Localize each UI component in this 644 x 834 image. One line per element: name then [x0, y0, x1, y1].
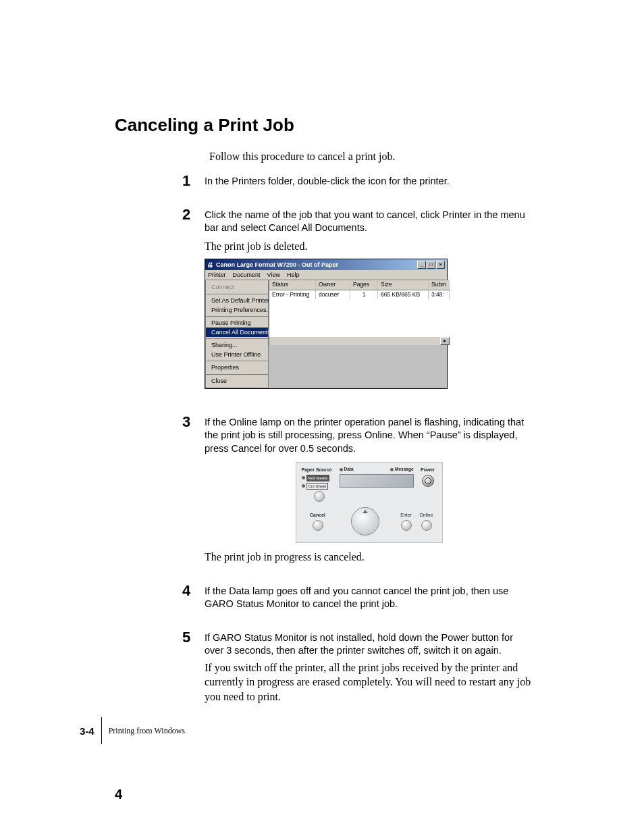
window-titlebar[interactable]: 🖨 Canon Large Format W7200 - Out of Pape… — [205, 259, 447, 270]
cancel-label: Cancel — [302, 512, 334, 518]
step-number-1: 1 — [182, 172, 190, 190]
col-owner: Owner — [316, 280, 350, 289]
data-lamp-icon — [340, 468, 343, 471]
paper-source-button — [314, 491, 325, 502]
queue-row[interactable]: Error - Printing docuser 1 665 KB/665 KB… — [269, 290, 450, 299]
data-label: Data — [344, 467, 354, 471]
menubar[interactable]: Printer Document View Help — [205, 270, 447, 280]
menu-item-properties[interactable]: Properties — [206, 363, 268, 372]
enter-button — [401, 520, 412, 531]
step-number-2: 2 — [182, 206, 190, 224]
menu-help[interactable]: Help — [287, 271, 300, 279]
step-number-5: 5 — [182, 629, 190, 646]
step-5-note: If you switch off the printer, all the p… — [205, 660, 533, 704]
cell-owner: docuser — [316, 290, 350, 299]
close-icon[interactable]: × — [436, 261, 445, 269]
col-size: Size — [378, 280, 429, 289]
cell-status: Error - Printing — [269, 290, 316, 299]
online-button — [421, 520, 432, 531]
online-label: Online — [417, 512, 437, 518]
menu-item-pause[interactable]: Pause Printing — [206, 318, 268, 328]
cut-lamp-icon — [302, 484, 305, 488]
cell-pages: 1 — [350, 290, 378, 299]
paper-source-label: Paper Source — [302, 467, 334, 473]
print-queue-window: 🖨 Canon Large Format W7200 - Out of Pape… — [205, 259, 448, 388]
printer-icon: 🖨 — [207, 261, 213, 269]
page-number: 3-4 — [80, 725, 95, 737]
enter-label: Enter — [396, 512, 417, 518]
menu-item-preferences[interactable]: Printing Preferences... — [206, 305, 268, 315]
menu-item-offline[interactable]: Use Printer Offline — [206, 350, 268, 359]
minimize-icon[interactable]: _ — [417, 261, 426, 269]
footer-divider — [101, 717, 102, 744]
menu-item-set-default[interactable]: Set As Default Printer — [206, 296, 268, 305]
power-button — [422, 475, 434, 487]
roll-lamp-icon — [302, 476, 305, 479]
menu-view[interactable]: View — [267, 271, 280, 279]
step-3-result: The print job in progress is canceled. — [205, 550, 533, 565]
roll-media-chip: Roll Media — [306, 475, 329, 481]
menu-item-cancel-all[interactable]: Cancel All Documents — [206, 328, 268, 337]
horizontal-scrollbar[interactable]: ▸ — [269, 337, 450, 345]
queue-header: Status Owner Pages Size Subm — [269, 280, 450, 290]
navigation-dial — [351, 507, 379, 536]
step-5-text: If GARO Status Monitor is not installed,… — [205, 631, 533, 658]
printer-operation-panel: Paper Source Roll Media Cut Sheet Data M… — [296, 462, 443, 543]
printer-menu-dropdown: Connect Set As Default Printer Printing … — [205, 280, 269, 388]
col-status: Status — [269, 280, 316, 289]
step-2-result: The print job is deleted. — [205, 239, 533, 254]
step-2-text: Click the name of the job that you want … — [205, 209, 533, 235]
intro-text: Follow this procedure to cancel a print … — [209, 151, 533, 163]
col-pages: Pages — [350, 280, 378, 289]
cell-size: 665 KB/665 KB — [378, 290, 429, 299]
cell-submitted: 3:48: — [429, 290, 450, 299]
step-4-text: If the Data lamp goes off and you cannot… — [205, 585, 533, 611]
page-footer: 3-4 Printing from Windows — [80, 717, 185, 744]
step-1-text: In the Printers folder, double-click the… — [205, 175, 533, 188]
corner-page-number: 4 — [115, 787, 122, 802]
cut-sheet-chip: Cut Sheet — [306, 483, 329, 490]
power-label: Power — [419, 467, 437, 473]
message-lamp-icon — [390, 468, 394, 471]
menu-printer[interactable]: Printer — [208, 271, 226, 279]
page-heading: Canceling a Print Job — [115, 115, 533, 136]
step-number-4: 4 — [182, 582, 190, 600]
message-label: Message — [395, 467, 413, 471]
col-submitted: Subm — [429, 280, 450, 289]
maximize-icon[interactable]: □ — [427, 261, 435, 269]
menu-item-connect: Connect — [206, 282, 268, 292]
scroll-right-icon[interactable]: ▸ — [440, 337, 450, 345]
lcd-screen — [340, 474, 414, 488]
print-queue-list[interactable]: Status Owner Pages Size Subm Error - Pri… — [269, 280, 450, 345]
menu-item-close[interactable]: Close — [206, 376, 268, 386]
window-title: Canon Large Format W7200 - Out of Paper — [216, 261, 338, 269]
cancel-button — [313, 520, 323, 531]
step-3-text: If the Online lamp on the printer operat… — [205, 416, 533, 456]
menu-item-sharing[interactable]: Sharing... — [206, 340, 268, 350]
chapter-title: Printing from Windows — [109, 726, 185, 736]
menu-document[interactable]: Document — [233, 271, 261, 279]
step-number-3: 3 — [182, 413, 190, 431]
